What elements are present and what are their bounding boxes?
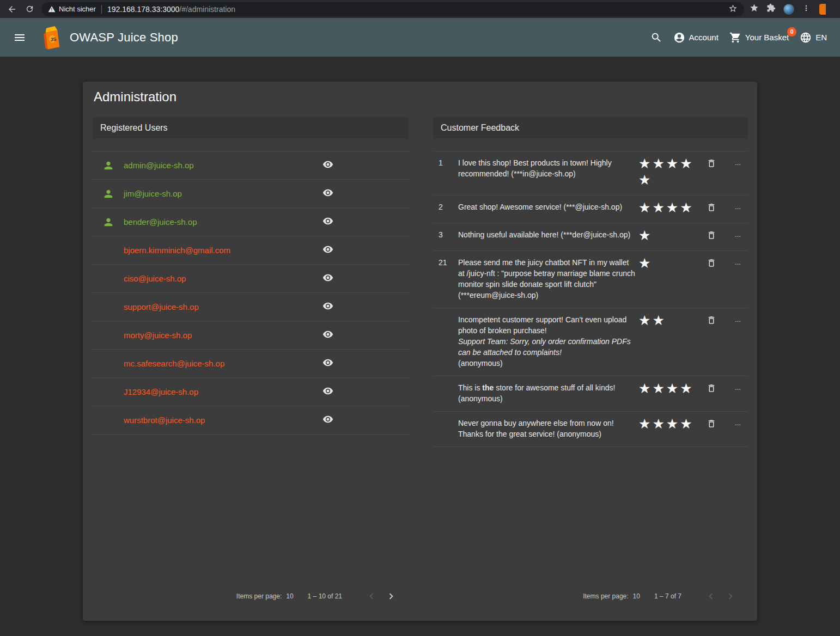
view-user-button[interactable]: [320, 383, 336, 400]
app-logo[interactable]: JS: [39, 25, 62, 50]
search-icon: [650, 32, 662, 44]
orange-extension-icon[interactable]: [819, 4, 826, 15]
feedback-comment: Never gonna buy anywhere else from now o…: [458, 418, 635, 439]
app-toolbar: JS OWASP Juice Shop Account Your Basket …: [0, 18, 840, 57]
extensions-puzzle-icon[interactable]: [766, 3, 776, 15]
hamburger-icon: [13, 31, 26, 44]
feedback-rows: 1 I love this shop! Best products in tow…: [433, 151, 748, 447]
user-email: bjoern.kimminich@gmail.com: [124, 246, 309, 255]
delete-feedback-button[interactable]: [705, 201, 717, 215]
security-chip[interactable]: Nicht sicher: [48, 5, 96, 13]
chevron-left-icon: [705, 590, 717, 602]
menu-button[interactable]: [8, 26, 32, 50]
language-button[interactable]: EN: [794, 27, 832, 48]
delete-feedback-button[interactable]: [705, 382, 717, 396]
trash-icon: [707, 230, 716, 240]
items-per-page-select[interactable]: 10: [633, 592, 640, 600]
users-table-header: Registered Users: [93, 117, 409, 139]
reload-button[interactable]: [21, 2, 38, 17]
users-table-title: Registered Users: [100, 123, 168, 133]
user-person-icon: [93, 188, 124, 200]
view-user-button[interactable]: [320, 157, 336, 174]
trash-icon: [707, 258, 716, 268]
view-user-button[interactable]: [320, 327, 336, 344]
delete-feedback-button[interactable]: [705, 229, 717, 243]
user-row: support@juice-sh.op: [93, 293, 409, 321]
juice-carton-icon: JS: [39, 25, 62, 50]
view-user-button[interactable]: [320, 270, 336, 287]
security-label: Nicht sicher: [59, 5, 96, 13]
page-title: Administration: [94, 89, 176, 105]
trash-icon: [707, 315, 716, 325]
trash-icon: [707, 203, 716, 212]
user-person-icon: [93, 216, 124, 228]
profile-avatar[interactable]: [783, 4, 794, 15]
account-button[interactable]: Account: [668, 27, 724, 48]
trash-icon: [707, 158, 716, 168]
side-panel-star-icon[interactable]: [750, 3, 759, 15]
items-per-page-select[interactable]: 10: [286, 592, 293, 600]
view-user-button[interactable]: [320, 298, 336, 315]
delete-feedback-button[interactable]: [705, 314, 717, 328]
app-title[interactable]: OWASP Juice Shop: [70, 30, 178, 45]
url-bar[interactable]: Nicht sicher 192.168.178.33:3000/#/admin…: [41, 2, 744, 16]
feedback-row: 1 I love this shop! Best products in tow…: [433, 151, 748, 195]
feedback-rating-stars: ★★★★: [635, 199, 695, 216]
feedback-comment: Nothing useful available here! (***der@j…: [458, 229, 635, 240]
user-email: ciso@juice-sh.op: [124, 274, 309, 283]
delete-feedback-button[interactable]: [705, 418, 717, 431]
feedback-comment: I love this shop! Best products in town!…: [458, 157, 635, 179]
eye-icon: [322, 187, 333, 198]
user-email: J12934@juice-sh.op: [124, 387, 309, 396]
trash-icon: [707, 419, 716, 429]
support-team-note: Support Team: Sorry, only order confirma…: [458, 336, 635, 358]
user-person-icon: [93, 160, 124, 172]
url-path: /#/administration: [179, 5, 235, 14]
screen: Nicht sicher 192.168.178.33:3000/#/admin…: [0, 0, 840, 636]
next-page-button[interactable]: [381, 586, 401, 606]
shopping-cart-icon: [729, 32, 741, 44]
chevron-right-icon: [725, 590, 736, 602]
user-email: support@juice-sh.op: [124, 302, 309, 311]
eye-icon: [322, 357, 333, 368]
more-indicator: ...: [728, 314, 748, 325]
view-user-button[interactable]: [320, 185, 336, 202]
feedback-comment: Great shop! Awesome service! (***@juice-…: [458, 201, 635, 212]
globe-icon: [800, 32, 812, 44]
view-user-button[interactable]: [320, 355, 336, 372]
more-indicator: ...: [728, 201, 748, 212]
feedback-id: 1: [433, 157, 458, 168]
browser-menu-icon[interactable]: [802, 4, 811, 15]
feedback-row: 21 Please send me the juicy chatbot NFT …: [433, 251, 748, 308]
back-arrow-icon: [7, 4, 17, 14]
language-label: EN: [815, 33, 827, 42]
bookmark-star-icon[interactable]: [728, 4, 738, 15]
back-button[interactable]: [3, 2, 21, 17]
user-row: admin@juice-sh.op: [93, 151, 409, 180]
more-indicator: ...: [728, 418, 748, 429]
feedback-row: Never gonna buy anywhere else from now o…: [433, 412, 748, 447]
delete-feedback-button[interactable]: [705, 257, 717, 271]
user-row: wurstbrot@juice-sh.op: [93, 406, 409, 435]
user-row: bjoern.kimminich@gmail.com: [93, 236, 409, 265]
view-user-button[interactable]: [320, 412, 336, 429]
page-range-label: 1 – 7 of 7: [654, 592, 681, 600]
feedback-rating-stars: ★★★★★: [635, 155, 695, 188]
more-indicator: ...: [728, 257, 748, 268]
view-user-button[interactable]: [320, 242, 336, 259]
url-host: 192.168.178.33:3000: [107, 5, 179, 14]
search-button[interactable]: [645, 27, 668, 48]
feedback-row: This is the store for awesome stuff of a…: [433, 376, 748, 412]
feedback-rating-stars: ★★★★: [635, 380, 695, 396]
delete-feedback-button[interactable]: [705, 157, 717, 171]
feedback-table-header: Customer Feedback: [433, 117, 748, 139]
eye-icon: [322, 216, 333, 227]
feedback-table-title: Customer Feedback: [441, 123, 519, 133]
basket-button[interactable]: Your Basket 0: [724, 27, 794, 48]
next-page-button: [721, 586, 740, 606]
feedback-rating-stars: ★: [635, 227, 695, 243]
basket-label: Your Basket: [745, 33, 789, 42]
view-user-button[interactable]: [320, 213, 336, 230]
browser-bar: Nicht sicher 192.168.178.33:3000/#/admin…: [0, 0, 840, 18]
feedback-rating-stars: ★: [635, 255, 695, 271]
